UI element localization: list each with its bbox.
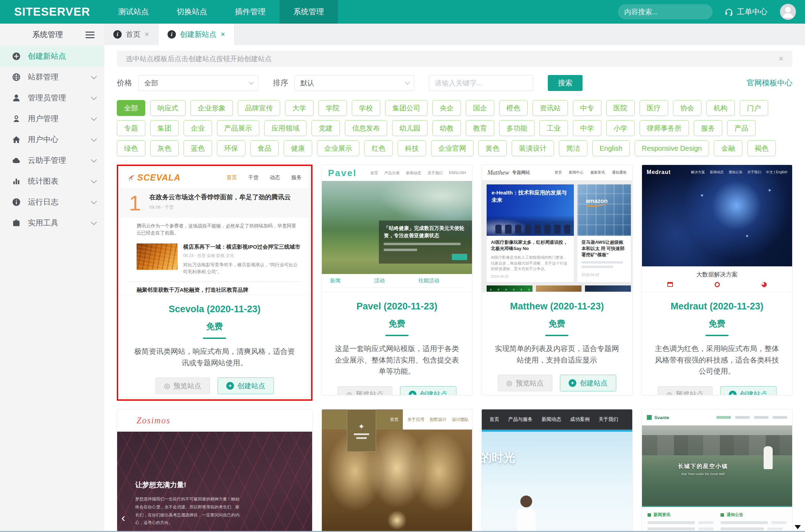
preview-site-button[interactable]: ◎ 预览站点 xyxy=(155,377,210,394)
tag-国企[interactable]: 国企 xyxy=(466,100,494,116)
tag-集团[interactable]: 集团 xyxy=(150,120,179,136)
tag-教育[interactable]: 教育 xyxy=(466,120,494,136)
sidebar-item-统计图表[interactable]: 统计图表 xyxy=(0,171,104,192)
sidebar-item-实用工具[interactable]: 实用工具 xyxy=(0,213,104,233)
search-button[interactable]: 搜索 xyxy=(548,75,583,91)
tag-企业展示[interactable]: 企业展示 xyxy=(317,140,359,156)
tag-科技[interactable]: 科技 xyxy=(398,140,426,156)
tag-产品展示[interactable]: 产品展示 xyxy=(217,120,259,136)
tag-健康[interactable]: 健康 xyxy=(284,140,312,156)
tag-工业[interactable]: 工业 xyxy=(539,120,568,136)
tag-Responsive Design[interactable]: Responsive Design xyxy=(635,140,709,156)
template-center-link[interactable]: 官网模板中心 xyxy=(747,78,792,88)
scroll-down-indicator[interactable] xyxy=(795,525,801,529)
tag-央企[interactable]: 央企 xyxy=(432,100,461,116)
create-site-button[interactable]: + 创建站点 xyxy=(720,386,776,395)
close-icon[interactable]: × xyxy=(145,30,149,39)
tag-集团公司[interactable]: 集团公司 xyxy=(385,100,428,116)
tag-褐色[interactable]: 褐色 xyxy=(747,140,776,156)
tag-应用领域[interactable]: 应用领域 xyxy=(264,120,307,136)
close-icon[interactable]: × xyxy=(221,30,225,39)
tag-全部[interactable]: 全部 xyxy=(117,100,145,116)
nav-item-插件管理[interactable]: 插件管理 xyxy=(221,0,279,24)
tag-简洁[interactable]: 简洁 xyxy=(559,140,587,156)
content-search-input[interactable] xyxy=(624,8,716,16)
tag-响应式[interactable]: 响应式 xyxy=(150,100,186,116)
tag-律师事务所[interactable]: 律师事务所 xyxy=(640,120,689,136)
tag-品牌宣传[interactable]: 品牌宣传 xyxy=(238,100,280,116)
tag-医疗[interactable]: 医疗 xyxy=(640,100,668,116)
nav-item-系统管理[interactable]: 系统管理 xyxy=(279,0,338,24)
nav-item-切换站点[interactable]: 切换站点 xyxy=(163,0,221,24)
tag-幼教[interactable]: 幼教 xyxy=(432,120,461,136)
tag-灰色[interactable]: 灰色 xyxy=(150,140,179,156)
tag-中学[interactable]: 中学 xyxy=(573,120,601,136)
sidebar-item-云助手管理[interactable]: 云助手管理 xyxy=(0,150,104,171)
tag-门户[interactable]: 门户 xyxy=(740,100,768,116)
tab-home[interactable]: i 首页 × xyxy=(104,24,158,45)
tag-黄色[interactable]: 黄色 xyxy=(478,140,507,156)
tag-装潢设计[interactable]: 装潢设计 xyxy=(512,140,554,156)
template-card-matthew[interactable]: Matthew 专题网站 首页新闻中心最新资讯通知通告 e-Health：技术和… xyxy=(481,165,632,395)
close-icon[interactable]: × xyxy=(779,54,783,64)
sort-select[interactable]: 默认 xyxy=(294,75,414,91)
create-site-button[interactable]: + 创建站点 xyxy=(400,386,456,395)
sidebar-item-运行日志[interactable]: 运行日志 xyxy=(0,192,104,213)
pavel-footer-link-0: 新闻 xyxy=(330,277,374,288)
tag-专题[interactable]: 专题 xyxy=(117,120,145,136)
tag-企业[interactable]: 企业 xyxy=(184,120,212,136)
sidebar-item-用户管理[interactable]: 用户管理 xyxy=(0,108,104,129)
sidebar-item-创建新站点[interactable]: 创建新站点 xyxy=(0,46,104,67)
tag-金融[interactable]: 金融 xyxy=(714,140,742,156)
tag-多功能[interactable]: 多功能 xyxy=(499,120,535,136)
template-card-car[interactable]: 首页产品与服务新闻动态成功案例关于我们 的时光 xyxy=(481,409,632,532)
avatar[interactable] xyxy=(780,4,796,20)
price-select[interactable]: 全部 xyxy=(138,75,258,91)
tag-企业官网[interactable]: 企业官网 xyxy=(431,140,473,156)
tag-资讯站[interactable]: 资讯站 xyxy=(532,100,568,116)
chevron-left-icon[interactable]: ‹ xyxy=(121,511,125,524)
preview-site-button[interactable]: ◎ 预览站点 xyxy=(498,375,552,391)
ticket-center-link[interactable]: 工单中心 xyxy=(724,7,767,17)
tag-学院[interactable]: 学院 xyxy=(318,100,347,116)
tab-create-site[interactable]: i 创建新站点 × xyxy=(158,24,235,45)
tag-协会[interactable]: 协会 xyxy=(673,100,701,116)
tag-中专[interactable]: 中专 xyxy=(573,100,601,116)
template-card-zosimos[interactable]: Zosimos ‹ 让梦想充满力量! 梦想是伴随我们一生前行的不可被回避的精神力… xyxy=(117,409,312,532)
tag-环保[interactable]: 环保 xyxy=(217,140,245,156)
sidebar-item-用户中心[interactable]: 用户中心 xyxy=(0,129,104,150)
create-site-button[interactable]: + 创建站点 xyxy=(560,375,616,391)
sidebar-item-管理员管理[interactable]: 管理员管理 xyxy=(0,88,104,108)
tag-大学[interactable]: 大学 xyxy=(285,100,314,116)
tag-学校[interactable]: 学校 xyxy=(352,100,380,116)
tag-食品[interactable]: 食品 xyxy=(250,140,279,156)
tag-小学[interactable]: 小学 xyxy=(606,120,635,136)
tag-橙色[interactable]: 橙色 xyxy=(499,100,528,116)
template-card-svante[interactable]: Svante 长城下的星空小镇 Star Town under the Grea… xyxy=(642,409,792,532)
tag-服务[interactable]: 服务 xyxy=(694,120,722,136)
tag-产品[interactable]: 产品 xyxy=(727,120,756,136)
tag-医院[interactable]: 医院 xyxy=(606,100,635,116)
template-card-hotel[interactable]: ✦ 首页关于贝湾别墅设计设计团队 xyxy=(322,409,472,532)
tag-蓝色[interactable]: 蓝色 xyxy=(184,140,212,156)
tag-English[interactable]: English xyxy=(592,140,630,156)
content-search-box[interactable] xyxy=(618,4,713,19)
tag-党建[interactable]: 党建 xyxy=(311,120,340,136)
preview-site-button[interactable]: ◎ 预览站点 xyxy=(338,386,392,395)
template-card-medraut[interactable]: Medraut 解决方案新闻动态通知公告关于我们中文 | English 大数据… xyxy=(642,165,792,395)
collapse-sidebar-icon[interactable] xyxy=(86,30,95,40)
template-card-pavel[interactable]: Pavel 首页产品分类新闻动态关于我们ENGLISH 「咕咚健康」完成数百万美… xyxy=(322,165,472,395)
keyword-input[interactable] xyxy=(429,75,533,91)
sidebar-item-站群管理[interactable]: 站群管理 xyxy=(0,67,104,88)
tag-绿色[interactable]: 绿色 xyxy=(117,140,145,156)
preview-site-button[interactable]: ◎ 预览站点 xyxy=(658,386,712,395)
tag-机构[interactable]: 机构 xyxy=(706,100,735,116)
template-card-scevola[interactable]: SCEVALA 首页干货动态服务 1 在政务云市场这个香饽饽面前，牟足了劲的腾讯… xyxy=(120,167,310,398)
price-label: 价格 xyxy=(117,78,132,88)
nav-item-测试站点[interactable]: 测试站点 xyxy=(104,0,163,24)
tag-信息发布[interactable]: 信息发布 xyxy=(345,120,387,136)
tag-企业形象[interactable]: 企业形象 xyxy=(190,100,233,116)
tag-幼儿园[interactable]: 幼儿园 xyxy=(392,120,428,136)
tag-红色[interactable]: 红色 xyxy=(364,140,393,156)
create-site-button[interactable]: + 创建站点 xyxy=(218,377,274,394)
